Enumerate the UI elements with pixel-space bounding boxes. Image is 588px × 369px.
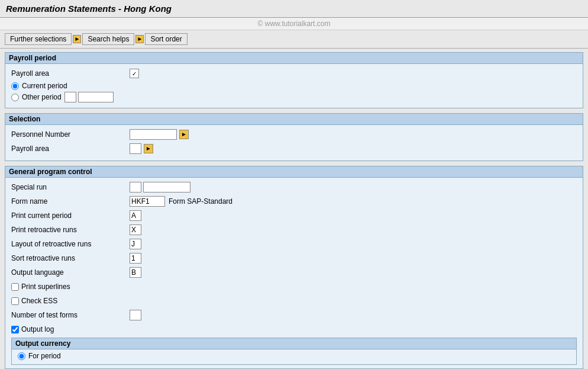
payroll-period-header: Payroll period (5, 53, 583, 64)
print-superlines-row: Print superlines (11, 281, 577, 293)
check-ess-checkbox[interactable] (11, 297, 19, 305)
title-text: Remuneration Statements - Hong Kong (6, 4, 172, 14)
selection-body: Personnel Number ► Payroll area ► (5, 125, 583, 161)
current-period-row: Current period (11, 82, 577, 90)
special-run-label: Special run (11, 183, 130, 191)
current-period-radio[interactable] (11, 82, 19, 90)
payroll-area-selection-row: Payroll area ► (11, 143, 577, 155)
print-current-period-row: Print current period (11, 210, 577, 222)
form-name-input[interactable] (130, 196, 165, 207)
output-currency-header: Output currency (12, 338, 576, 349)
payroll-period-section: Payroll period Payroll area ✓ Current pe… (5, 52, 583, 108)
period-inputs (64, 92, 114, 102)
form-name-static: Form SAP-Standard (169, 197, 232, 206)
further-selections-arrow-icon[interactable]: ► (73, 35, 81, 43)
output-log-checkbox[interactable] (11, 326, 19, 333)
print-superlines-checkbox[interactable] (11, 283, 19, 291)
form-name-row: Form name Form SAP-Standard (11, 195, 577, 207)
output-currency-body: For period (12, 349, 576, 364)
search-helps-arrow-icon[interactable]: ► (135, 35, 144, 43)
payroll-area-row: Payroll area ✓ (11, 68, 577, 79)
layout-retroactive-input[interactable] (130, 239, 141, 249)
print-retroactive-input[interactable] (130, 224, 141, 235)
general-program-control-section: General program control Special run Form… (5, 166, 583, 369)
general-program-control-header: General program control (5, 166, 583, 178)
main-content: Payroll period Payroll area ✓ Current pe… (0, 49, 588, 369)
title-bar: Remuneration Statements - Hong Kong (0, 0, 588, 18)
further-selections-button[interactable]: Further selections (5, 33, 72, 45)
for-period-label: For period (28, 352, 61, 360)
print-current-period-label: Print current period (11, 211, 130, 220)
special-run-row: Special run (11, 181, 577, 193)
payroll-period-body: Payroll area ✓ Current period Other peri… (5, 64, 583, 108)
sort-retroactive-label: Sort retroactive runs (11, 254, 130, 262)
output-currency-section: Output currency For period (11, 338, 577, 365)
sort-retroactive-input[interactable] (130, 253, 141, 264)
selection-section: Selection Personnel Number ► Payroll are… (5, 113, 583, 161)
personnel-number-input[interactable] (130, 129, 177, 140)
check-ess-row: Check ESS (11, 295, 577, 307)
layout-retroactive-row: Layout of retroactive runs (11, 238, 577, 250)
number-test-forms-row: Number of test forms (11, 309, 577, 321)
for-period-radio[interactable] (18, 352, 25, 360)
general-program-control-body: Special run Form name Form SAP-Standard … (5, 178, 583, 368)
payroll-area-selection-label: Payroll area (11, 145, 130, 153)
watermark: © www.tutorialkart.com (0, 18, 588, 30)
payroll-area-label: Payroll area (11, 69, 130, 78)
print-current-period-input[interactable] (130, 210, 141, 221)
other-period-label: Other period (22, 93, 62, 101)
payroll-area-checkbox[interactable]: ✓ (130, 69, 139, 78)
payroll-area-nav-icon[interactable]: ► (144, 144, 153, 153)
output-log-label: Output log (21, 325, 54, 333)
output-language-row: Output language (11, 267, 577, 278)
other-period-input2[interactable] (78, 92, 114, 102)
output-log-row: Output log (11, 323, 577, 335)
print-superlines-label: Print superlines (21, 283, 70, 291)
search-helps-button[interactable]: Search helps (82, 33, 134, 45)
special-run-inputs (130, 182, 190, 192)
print-retroactive-label: Print retroactive runs (11, 226, 130, 234)
special-run-input2[interactable] (143, 182, 190, 192)
personnel-number-label: Personnel Number (11, 130, 130, 139)
number-test-forms-input[interactable] (130, 310, 141, 320)
form-name-label: Form name (11, 197, 130, 206)
output-language-input[interactable] (130, 267, 141, 278)
check-ess-label: Check ESS (21, 297, 57, 305)
output-language-label: Output language (11, 268, 130, 277)
selection-header: Selection (5, 114, 583, 125)
toolbar: Further selections ► Search helps ► Sort… (0, 30, 588, 49)
current-period-label: Current period (22, 82, 67, 90)
payroll-area-selection-input[interactable] (130, 143, 141, 154)
sort-order-button[interactable]: Sort order (145, 33, 187, 45)
layout-retroactive-label: Layout of retroactive runs (11, 240, 130, 248)
personnel-number-nav-icon[interactable]: ► (179, 130, 189, 139)
other-period-input1[interactable] (64, 92, 76, 102)
print-retroactive-row: Print retroactive runs (11, 224, 577, 236)
number-test-forms-label: Number of test forms (11, 311, 130, 319)
other-period-radio[interactable] (11, 94, 19, 101)
special-run-input1[interactable] (130, 182, 141, 192)
personnel-number-row: Personnel Number ► (11, 129, 577, 140)
sort-retroactive-row: Sort retroactive runs (11, 252, 577, 264)
for-period-row: For period (18, 352, 570, 360)
other-period-row: Other period (11, 92, 577, 102)
